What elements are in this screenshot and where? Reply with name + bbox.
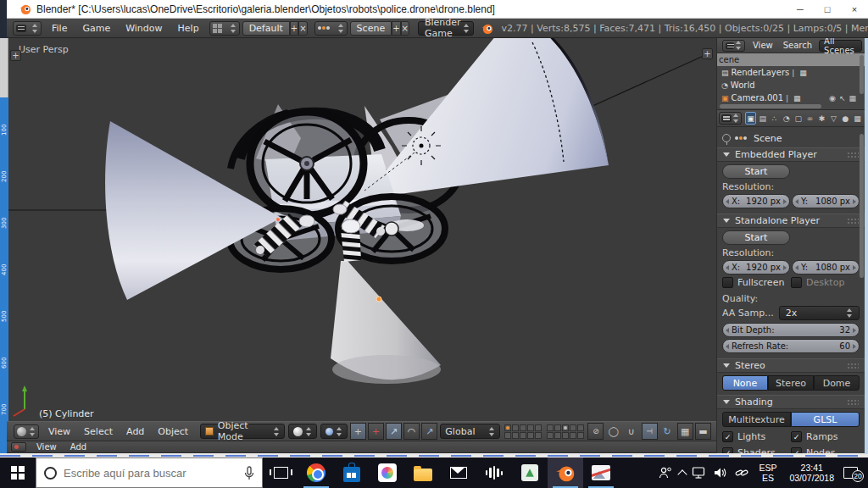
aa-samples-dropdown[interactable]: 2x [779, 306, 860, 320]
shading-option-multitexture[interactable]: Multitexture [722, 412, 791, 427]
mode-dropdown[interactable]: Object Mode [200, 424, 285, 439]
editor-type-button[interactable] [722, 40, 745, 52]
layers-grid-1[interactable] [504, 424, 542, 439]
menu-view[interactable]: View [42, 426, 77, 437]
embedded-resolution-x[interactable]: X:1920 px [722, 194, 790, 208]
section-embedded-player[interactable]: Embedded Player [717, 147, 865, 162]
menu-help[interactable]: Help [170, 23, 207, 34]
render-opengl-button[interactable]: ▦ [677, 423, 693, 440]
sync-icon[interactable]: ↻ [659, 423, 676, 440]
section-standalone-player[interactable]: Standalone Player [717, 214, 865, 228]
renderable-icon[interactable]: ▦ [849, 94, 856, 103]
outliner-row-world[interactable]: ◔ World [717, 79, 865, 92]
tab-render[interactable]: ▣ [745, 112, 756, 125]
desktop-checkbox[interactable]: .Desktop [791, 277, 860, 288]
taskbar-photos[interactable] [512, 458, 548, 488]
start-button[interactable] [0, 458, 36, 488]
pivot-dropdown[interactable] [320, 424, 348, 439]
tab-texture[interactable]: ▦ [852, 112, 863, 125]
tab-render-layers[interactable]: ▤ [757, 112, 768, 125]
rotate-manipulator-icon[interactable]: ↗ [386, 423, 402, 440]
scene-field[interactable]: Scene [350, 21, 392, 36]
bit-depth-stepper[interactable]: Bit Depth:32 [722, 323, 860, 337]
stereo-option-none[interactable]: None [722, 375, 768, 391]
tab-material[interactable]: ● [840, 112, 851, 125]
microphone-icon[interactable] [244, 466, 254, 480]
language-indicator[interactable]: ESPES [755, 463, 780, 483]
snap-magnet-icon[interactable]: ∪ [624, 423, 640, 440]
scene-selector-button[interactable] [314, 21, 348, 36]
network-icon[interactable] [692, 467, 707, 479]
fullscreen-checkbox[interactable]: .Fullscreen [722, 277, 791, 288]
timeline-menu-view[interactable]: View [30, 442, 64, 452]
outliner-menu-search[interactable]: Search [778, 41, 817, 50]
stereo-option-stereo[interactable]: Stereo [768, 375, 814, 391]
tray-expand-chevron[interactable] [678, 469, 687, 479]
delete-layout-button[interactable]: × [298, 21, 307, 36]
taskbar-mail[interactable] [441, 458, 476, 488]
tab-data[interactable]: ▽ [828, 112, 839, 125]
section-shading[interactable]: Shading [717, 395, 865, 409]
nodes-checkbox[interactable]: ✓Nodes [791, 447, 860, 453]
properties-scrollbar[interactable] [860, 134, 864, 278]
menu-select[interactable]: Select [77, 426, 120, 437]
embedded-resolution-y[interactable]: Y:1080 px [792, 194, 860, 208]
outliner-row-camera[interactable]: ▣ Camera.001 | ▦ ◉ ↖ ▦ [717, 92, 865, 104]
outliner-row-scene[interactable]: cene [717, 53, 865, 66]
standalone-start-button[interactable]: Start [722, 230, 790, 245]
menu-object[interactable]: Object [151, 426, 195, 437]
search-input[interactable] [64, 467, 237, 480]
editor-type-button[interactable] [14, 424, 39, 439]
editor-type-button[interactable] [719, 112, 742, 125]
tab-modifiers[interactable]: ✱ [816, 112, 827, 125]
lights-checkbox[interactable]: ✓Lights [722, 431, 791, 442]
orientation-dropdown[interactable]: Global [440, 424, 500, 439]
pin-icon[interactable] [722, 134, 731, 142]
tab-world[interactable]: ◔ [781, 112, 792, 125]
scale-manipulator-icon[interactable]: ↗ [421, 423, 437, 440]
delete-scene-button[interactable]: × [401, 21, 409, 36]
tab-scene[interactable]: ∴ [769, 112, 780, 125]
outliner-filter-dropdown[interactable]: All Scenes [819, 40, 862, 52]
expand-region-button[interactable]: + [10, 50, 21, 61]
arc-manipulator-icon[interactable]: ◠ [403, 423, 420, 440]
menu-add[interactable]: Add [120, 426, 151, 437]
viewport-canvas[interactable] [8, 38, 716, 421]
outliner-vertical-scrollbar[interactable] [860, 55, 864, 94]
outliner-horizontal-scrollbar[interactable] [720, 104, 821, 108]
stereo-option-dome[interactable]: Dome [814, 375, 860, 391]
snap-element-button[interactable]: ⊣ [642, 423, 658, 440]
menu-window[interactable]: Window [118, 23, 170, 34]
minimize-button[interactable]: ─ [787, 0, 814, 19]
standalone-resolution-y[interactable]: Y:1080 px [792, 260, 860, 274]
lock-icon[interactable]: ⊘ [587, 423, 604, 440]
screen-layout-field[interactable]: Default [242, 21, 290, 36]
drone-model[interactable] [105, 38, 609, 384]
taskbar-search[interactable] [36, 458, 263, 488]
render-animation-button[interactable]: ▬ [695, 423, 711, 440]
manipulator-toggle[interactable]: + [350, 423, 366, 440]
tab-object[interactable]: ▢ [793, 112, 804, 125]
visibility-eye-icon[interactable]: ◉ [829, 94, 836, 103]
taskbar-clock[interactable]: 23:4103/07/2018 [786, 463, 837, 483]
menu-game[interactable]: Game [75, 23, 118, 34]
editor-type-button[interactable] [13, 21, 42, 36]
standalone-resolution-x[interactable]: X:1920 px [722, 260, 790, 274]
layers-grid-2[interactable] [547, 424, 584, 439]
refresh-rate-stepper[interactable]: Refresh Rate:60 [722, 339, 860, 353]
section-stereo[interactable]: Stereo [717, 358, 865, 373]
viewport-shading-dropdown[interactable] [288, 424, 317, 439]
timeline-menu-add[interactable]: Add [64, 442, 93, 452]
action-center-icon[interactable]: 20 [843, 467, 858, 479]
ramps-checkbox[interactable]: ✓Ramps [791, 431, 860, 442]
close-button[interactable]: × [841, 0, 868, 19]
taskbar-store[interactable] [334, 458, 370, 488]
selectable-cursor-icon[interactable]: ↖ [839, 94, 846, 103]
taskbar-file-explorer[interactable] [405, 458, 441, 488]
taskbar-audio-app[interactable] [476, 458, 512, 488]
add-layout-button[interactable]: + [290, 21, 298, 36]
taskbar-media-app[interactable] [370, 458, 405, 488]
task-view-button[interactable] [263, 458, 298, 488]
translate-manipulator-icon[interactable]: + [368, 423, 384, 440]
maximize-button[interactable]: □ [814, 0, 841, 19]
